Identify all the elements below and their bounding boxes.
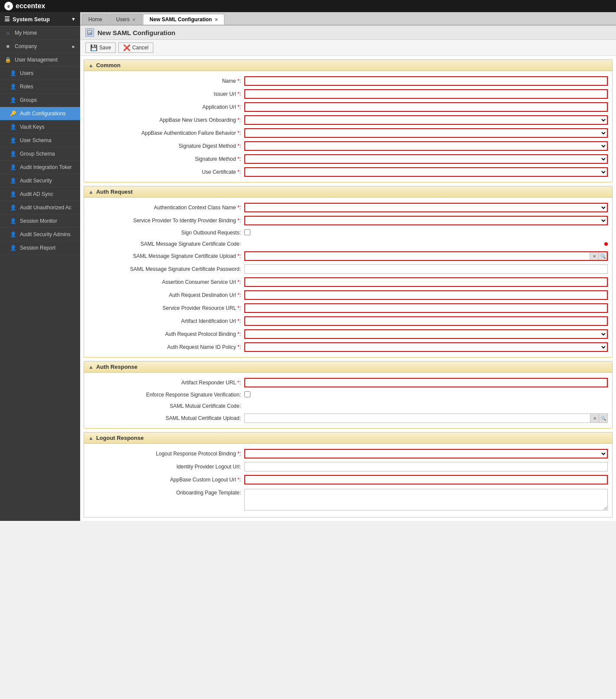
section-auth-response-header[interactable]: ▲ Auth Response bbox=[84, 361, 612, 373]
row-artifact-responder: Artifact Responder URL *: bbox=[84, 376, 612, 389]
select-auth-protocol[interactable] bbox=[244, 329, 608, 339]
page-header: New SAML Configuration bbox=[80, 26, 616, 40]
users-icon: 👤 bbox=[10, 70, 16, 77]
select-logout-protocol[interactable] bbox=[244, 449, 608, 458]
label-new-users-onboarding: AppBase New Users Onboarding *: bbox=[88, 117, 244, 123]
upload-browse-btn[interactable]: 🔍 bbox=[598, 252, 607, 260]
sidebar-item-audit-integration-token[interactable]: 👤 Audit Integration Toker bbox=[0, 161, 80, 174]
row-application-url: Application Url *: bbox=[84, 101, 612, 114]
sidebar-item-audit-security[interactable]: 👤 Audit Security bbox=[0, 174, 80, 188]
label-use-cert: Use Certificate *: bbox=[88, 169, 244, 175]
input-artifact-responder[interactable] bbox=[244, 378, 608, 387]
sidebar-item-groups[interactable]: 👤 Groups bbox=[0, 94, 80, 107]
audit-security-admins-icon: 👤 bbox=[10, 231, 16, 238]
content-area: Home Users ✕ New SAML Configuration ✕ Ne… bbox=[80, 12, 616, 521]
select-new-users-onboarding[interactable] bbox=[244, 115, 608, 125]
tab-users-close[interactable]: ✕ bbox=[132, 17, 136, 22]
upload-clear-btn[interactable]: ✕ bbox=[590, 252, 598, 260]
hamburger-icon[interactable]: ☰ bbox=[4, 16, 10, 23]
row-sign-outbound: Sign Outbound Requests: bbox=[84, 227, 612, 238]
checkbox-enforce-response-sig[interactable] bbox=[244, 391, 250, 397]
label-idp-logout-url: Identity Provider Logout Url: bbox=[88, 464, 244, 470]
input-issuer-url[interactable] bbox=[244, 89, 608, 99]
row-auth-context: Authentication Context Class Name *: bbox=[84, 201, 612, 214]
label-logout-protocol: Logout Response Protocol Binding *: bbox=[88, 451, 244, 457]
input-assertion-consumer[interactable] bbox=[244, 277, 608, 287]
section-common-header[interactable]: ▲ Common bbox=[84, 60, 612, 71]
section-logout-response-header[interactable]: ▲ Logout Response bbox=[84, 432, 612, 444]
label-saml-cert-code: SAML Message Signature Certificate Code: bbox=[88, 241, 244, 247]
session-report-icon: 👤 bbox=[10, 244, 16, 251]
sidebar-item-audit-unauthorized[interactable]: 👤 Audit Unauthorized Ac bbox=[0, 201, 80, 215]
sidebar-label-audit-unauthorized: Audit Unauthorized Ac bbox=[20, 205, 71, 211]
select-use-cert[interactable] bbox=[244, 167, 608, 177]
sidebar-item-vault-keys[interactable]: 👤 Vault Keys bbox=[0, 120, 80, 134]
select-sp-idp-binding[interactable] bbox=[244, 216, 608, 225]
cancel-button[interactable]: ❌ Cancel bbox=[118, 42, 153, 53]
cancel-label: Cancel bbox=[132, 45, 148, 51]
audit-unauthorized-icon: 👤 bbox=[10, 204, 16, 211]
sidebar-item-user-schema[interactable]: 👤 User Schema bbox=[0, 134, 80, 147]
sidebar-header[interactable]: ☰ System Setup ▼ bbox=[0, 12, 80, 26]
sidebar-item-company[interactable]: ■ Company ► bbox=[0, 40, 80, 53]
input-artifact-id-url[interactable] bbox=[244, 316, 608, 326]
svg-rect-1 bbox=[88, 31, 91, 32]
label-name: Name *: bbox=[88, 78, 244, 84]
input-sp-resource-url[interactable] bbox=[244, 303, 608, 313]
svg-rect-2 bbox=[88, 32, 91, 33]
label-artifact-responder: Artifact Responder URL *: bbox=[88, 380, 244, 386]
sidebar-item-audit-security-admins[interactable]: 👤 Audit Security Admins bbox=[0, 228, 80, 241]
sidebar-item-session-monitor[interactable]: 👤 Session Monitor bbox=[0, 215, 80, 228]
select-auth-failure[interactable] bbox=[244, 128, 608, 138]
toolbar: 💾 Save ❌ Cancel bbox=[80, 40, 616, 56]
section-auth-request-body: Authentication Context Class Name *: Ser… bbox=[84, 198, 612, 357]
input-saml-cert-password[interactable] bbox=[244, 264, 608, 274]
row-auth-protocol: Auth Request Protocol Binding *: bbox=[84, 328, 612, 341]
app-logo-text: eccentex bbox=[16, 2, 45, 10]
label-enforce-response-sig: Enforce Response Signature Verification: bbox=[88, 392, 244, 398]
select-sig-digest[interactable] bbox=[244, 141, 608, 151]
textarea-onboarding-template[interactable] bbox=[244, 489, 608, 510]
input-idp-logout-url[interactable] bbox=[244, 462, 608, 471]
label-sig-digest: Signature Digest Method *: bbox=[88, 143, 244, 149]
input-appbase-logout-url[interactable] bbox=[244, 475, 608, 484]
sidebar-item-auth-configurations[interactable]: 🔑 Auth Configurations bbox=[0, 107, 80, 120]
tab-users[interactable]: Users ✕ bbox=[110, 14, 142, 25]
section-auth-response: ▲ Auth Response Artifact Responder URL *… bbox=[84, 361, 613, 429]
required-name: * bbox=[237, 78, 240, 84]
sidebar-item-users[interactable]: 👤 Users bbox=[0, 67, 80, 80]
company-icon: ■ bbox=[4, 43, 11, 50]
audit-security-icon: 👤 bbox=[10, 177, 16, 184]
input-name[interactable] bbox=[244, 76, 608, 86]
input-auth-dest-url[interactable] bbox=[244, 290, 608, 300]
tab-home[interactable]: Home bbox=[82, 14, 109, 25]
tab-new-saml[interactable]: New SAML Configuration ✕ bbox=[143, 14, 224, 25]
checkbox-sign-outbound[interactable] bbox=[244, 229, 250, 235]
section-auth-request-header[interactable]: ▲ Auth Request bbox=[84, 186, 612, 198]
sidebar-item-roles[interactable]: 👤 Roles bbox=[0, 80, 80, 94]
select-auth-nameid[interactable] bbox=[244, 342, 608, 352]
select-sig-method[interactable] bbox=[244, 154, 608, 164]
sidebar-item-user-management[interactable]: 🔒 User Management bbox=[0, 53, 80, 67]
sidebar-item-group-schema[interactable]: 👤 Group Schema bbox=[0, 147, 80, 161]
sidebar-item-session-report[interactable]: 👤 Session Report bbox=[0, 241, 80, 255]
sidebar-label-session-monitor: Session Monitor bbox=[20, 218, 57, 224]
save-button[interactable]: 💾 Save bbox=[85, 42, 116, 53]
input-application-url[interactable] bbox=[244, 102, 608, 112]
upload-saml-mutual-cert-input[interactable] bbox=[245, 414, 590, 423]
sidebar-label-audit-security-admins: Audit Security Admins bbox=[20, 231, 71, 237]
sidebar-item-my-home[interactable]: ⌂ My Home bbox=[0, 26, 80, 40]
row-sig-method: Signature Method *: bbox=[84, 153, 612, 166]
upload-saml-cert-input[interactable] bbox=[245, 252, 590, 260]
tab-new-saml-label: New SAML Configuration bbox=[149, 16, 212, 23]
sidebar-arrow: ▼ bbox=[71, 16, 76, 22]
sidebar-label-groups: Groups bbox=[20, 97, 37, 103]
upload-mutual-clear-btn[interactable]: ✕ bbox=[590, 414, 599, 423]
row-logout-protocol: Logout Response Protocol Binding *: bbox=[84, 447, 612, 460]
select-auth-context[interactable] bbox=[244, 203, 608, 212]
section-common-title: Common bbox=[96, 62, 120, 68]
upload-mutual-browse-btn[interactable]: 🔍 bbox=[599, 414, 607, 423]
tab-new-saml-close[interactable]: ✕ bbox=[214, 17, 218, 22]
sidebar-title: System Setup bbox=[13, 16, 50, 23]
sidebar-item-audit-ad-sync[interactable]: 👤 Audit AD Sync bbox=[0, 188, 80, 201]
